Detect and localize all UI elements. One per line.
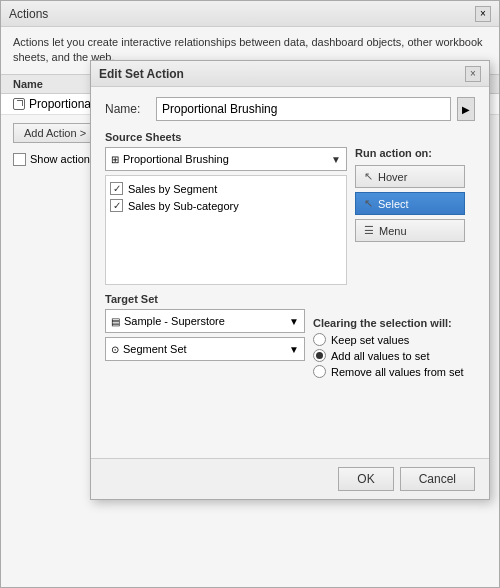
target-set-label: Target Set [105, 293, 475, 305]
grid-icon: ⊞ [111, 154, 119, 165]
clearing-option-1-label: Keep set values [331, 334, 409, 346]
actions-close-button[interactable]: × [475, 6, 491, 22]
add-action-button[interactable]: Add Action > [13, 123, 97, 143]
dropdown-chevron-icon: ▼ [331, 154, 341, 165]
modal-close-button[interactable]: × [465, 66, 481, 82]
arrow-icon: ▶ [462, 104, 470, 115]
menu-button[interactable]: ☰ Menu [355, 219, 465, 242]
select-icon: ↖ [364, 197, 373, 210]
select-button[interactable]: ↖ Select [355, 192, 465, 215]
sheet-item-2[interactable]: ✓ Sales by Sub-category [110, 197, 342, 214]
link-icon [13, 98, 25, 110]
sheet-1-label: Sales by Segment [128, 183, 217, 195]
show-actions-checkbox[interactable] [13, 153, 26, 166]
source-dropdown[interactable]: ⊞ Proportional Brushing ▼ [105, 147, 347, 171]
clearing-radio-1[interactable] [313, 333, 326, 346]
ok-button[interactable]: OK [338, 467, 393, 491]
actions-titlebar: Actions × [1, 1, 499, 27]
source-sheets-list: ✓ Sales by Segment ✓ Sales by Sub-catego… [105, 175, 347, 285]
clearing-option-3-label: Remove all values from set [331, 366, 464, 378]
clearing-option-2[interactable]: Add all values to set [313, 349, 475, 362]
sheet-2-label: Sales by Sub-category [128, 200, 239, 212]
clearing-option-3[interactable]: Remove all values from set [313, 365, 475, 378]
menu-icon: ☰ [364, 224, 374, 237]
two-col-layout: ⊞ Proportional Brushing ▼ ✓ Sales by Seg… [105, 147, 475, 285]
hover-icon: ↖ [364, 170, 373, 183]
left-column: ⊞ Proportional Brushing ▼ ✓ Sales by Seg… [105, 147, 347, 285]
modal-title: Edit Set Action [99, 67, 184, 81]
clearing-option-1[interactable]: Keep set values [313, 333, 475, 346]
sheet-2-checkbox[interactable]: ✓ [110, 199, 123, 212]
clearing-label: Clearing the selection will: [313, 317, 475, 329]
modal-titlebar: Edit Set Action × [91, 61, 489, 87]
select-label: Select [378, 198, 409, 210]
target-set-value: Segment Set [123, 343, 187, 355]
actions-title: Actions [9, 7, 48, 21]
sheet-item-1[interactable]: ✓ Sales by Segment [110, 180, 342, 197]
hover-label: Hover [378, 171, 407, 183]
target-datasource-value: Sample - Superstore [124, 315, 225, 327]
modal-body: Name: ▶ Source Sheets ⊞ Proportional Bru… [91, 87, 489, 391]
cancel-button[interactable]: Cancel [400, 467, 475, 491]
name-row: Name: ▶ [105, 97, 475, 121]
source-dropdown-value: Proportional Brushing [123, 153, 229, 165]
name-label: Name: [105, 102, 150, 116]
menu-label: Menu [379, 225, 407, 237]
run-action-label: Run action on: [355, 147, 475, 159]
clearing-radio-3[interactable] [313, 365, 326, 378]
name-input[interactable] [156, 97, 451, 121]
target-datasource-dropdown[interactable]: ▤ Sample - Superstore ▼ [105, 309, 305, 333]
name-arrow-button[interactable]: ▶ [457, 97, 475, 121]
right-column: Run action on: ↖ Hover ↖ Select ☰ Menu [355, 147, 475, 285]
clearing-option-2-label: Add all values to set [331, 350, 429, 362]
hover-button[interactable]: ↖ Hover [355, 165, 465, 188]
db-icon: ▤ [111, 316, 120, 327]
sheet-1-checkbox[interactable]: ✓ [110, 182, 123, 195]
target-set-dropdown[interactable]: ⊙ Segment Set ▼ [105, 337, 305, 361]
modal-footer: OK Cancel [91, 458, 489, 499]
target-datasource-chevron-icon: ▼ [289, 316, 299, 327]
edit-set-action-modal: Edit Set Action × Name: ▶ Source Sheets … [90, 60, 490, 500]
clearing-radio-2[interactable] [313, 349, 326, 362]
target-set-chevron-icon: ▼ [289, 344, 299, 355]
target-set-section: Target Set ▤ Sample - Superstore ▼ ⊙ Seg… [105, 293, 475, 381]
source-sheets-label: Source Sheets [105, 131, 475, 143]
set-icon: ⊙ [111, 344, 119, 355]
clearing-section: Clearing the selection will: Keep set va… [313, 317, 475, 381]
